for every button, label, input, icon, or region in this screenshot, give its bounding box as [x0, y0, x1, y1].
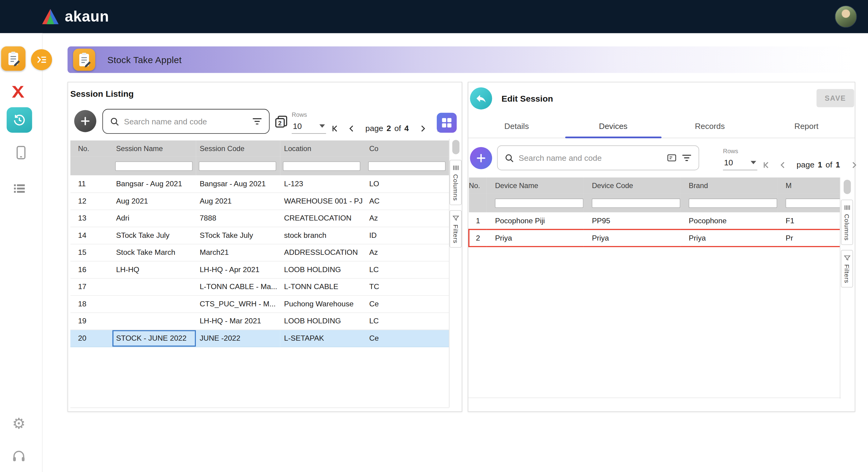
search-icon [110, 116, 120, 127]
edit-session-title: Edit Session [501, 94, 553, 104]
session-table-header: No. Session Name Session Code Location C… [70, 140, 449, 157]
applet-title: Stock Take Applet [107, 55, 182, 65]
sidebar-item-history[interactable] [7, 107, 32, 133]
tab-records[interactable]: Records [661, 114, 758, 137]
sidebar-item-stock-take-applet[interactable] [1, 46, 26, 71]
sidebar-item-mobile-devices[interactable] [13, 142, 29, 163]
session-row[interactable]: 14STock Take JulySTock Take Julystock br… [70, 227, 449, 244]
first-page-button[interactable] [761, 159, 773, 171]
grid-icon [440, 116, 454, 130]
next-page-button[interactable] [848, 159, 860, 171]
columns-tab[interactable]: Columns [450, 160, 462, 205]
first-page-button[interactable] [330, 122, 342, 134]
session-row-selected[interactable]: 20STOCK - JUNE 2022JUNE -2022L-SETAPAKCe [70, 330, 449, 347]
filters-tab[interactable]: Filters [450, 210, 462, 248]
menu-open-icon [35, 54, 48, 66]
columns-grip-icon [452, 164, 459, 171]
tab-devices[interactable]: Devices [565, 114, 661, 137]
svg-text:2: 2 [278, 120, 282, 127]
tab-details[interactable]: Details [468, 114, 565, 137]
sidebar-item-support[interactable] [11, 449, 26, 463]
scrollbar-thumb[interactable] [843, 179, 851, 194]
session-listing-title: Session Listing [70, 89, 134, 99]
location-filter-input[interactable] [283, 162, 361, 171]
device-name-filter-input[interactable] [495, 199, 584, 208]
session-row[interactable]: 15Stock Take MarchMarch21ADDRESSLOCATION… [70, 244, 449, 261]
brand-filter-input[interactable] [689, 199, 777, 208]
columns-tab[interactable]: Columns [841, 200, 853, 245]
company-filter-input[interactable] [368, 162, 445, 171]
add-session-button[interactable] [74, 110, 96, 132]
funnel-icon [843, 255, 851, 262]
device-search-box [497, 145, 699, 170]
device-table: No. Device Name Device Code Brand M [468, 177, 840, 247]
session-code-filter-input[interactable] [198, 162, 276, 171]
back-button[interactable] [470, 87, 492, 109]
session-row[interactable]: 16LH-HQLH-HQ - Apr 2021LOOB HOLDINGLC [70, 261, 449, 278]
scrollbar-thumb[interactable] [452, 140, 459, 154]
card-view-icon[interactable] [666, 153, 677, 163]
device-side-strip: Columns Filters [841, 179, 853, 293]
col-no: No. [469, 177, 487, 194]
selected-cell: STOCK - JUNE 2022 [112, 330, 195, 347]
next-page-button[interactable] [417, 122, 429, 134]
history-icon [12, 113, 26, 127]
grid-view-button[interactable] [437, 113, 457, 133]
session-table: No. Session Name Session Code Location C… [70, 140, 449, 347]
device-row[interactable]: 1Pocophone PijiPP95PocophoneF1 [469, 212, 840, 230]
chevron-down-icon [751, 161, 756, 164]
scroll-track [468, 398, 841, 398]
save-button[interactable]: SAVE [816, 89, 854, 107]
last-page-button[interactable] [864, 159, 868, 171]
prev-page-button[interactable] [777, 159, 789, 171]
expand-menu-button[interactable] [31, 49, 52, 70]
table-divider [840, 177, 840, 399]
brand-logo[interactable]: akaun [41, 8, 109, 26]
filters-tab[interactable]: Filters [841, 250, 853, 288]
col-brand: Brand [681, 177, 777, 194]
session-row[interactable]: 12Aug 2021Aug 2021WAREHOUSE 001 - PJAC [70, 192, 449, 210]
rows-label: Rows [723, 148, 757, 155]
tab-report[interactable]: Report [758, 114, 855, 137]
gear-icon: ⚙ [12, 416, 26, 431]
device-search-input[interactable] [519, 154, 662, 162]
rows-value: 10 [724, 158, 733, 167]
add-device-button[interactable] [470, 147, 492, 169]
sidebar-item-settings[interactable]: ⚙ [12, 416, 26, 431]
prev-page-button[interactable] [345, 122, 358, 134]
session-row[interactable]: 17L-TONN CABLE - Ma...L-TONN CABLETC [70, 278, 449, 296]
model-filter-input[interactable] [786, 199, 840, 208]
rows-per-page-select[interactable]: Rows 10 [723, 148, 757, 170]
page-indicator: page2of4 [362, 124, 413, 133]
session-row[interactable]: 13Adri7888CREATELOCATIONAz [70, 210, 449, 227]
filter-list-icon[interactable] [252, 116, 262, 127]
col-session-code: Session Code [196, 140, 280, 157]
rows-value: 10 [293, 122, 302, 130]
page-count-icon[interactable]: 2 [274, 114, 288, 129]
headset-icon [11, 449, 26, 463]
session-listing-panel: Session Listing 2 [67, 82, 462, 412]
edit-session-panel: Edit Session SAVE Details Devices Record… [468, 82, 855, 412]
session-name-filter-input[interactable] [115, 162, 192, 171]
scroll-track [70, 407, 449, 408]
device-pagination: page1of1 [761, 159, 868, 171]
sidebar-item-pdf-export[interactable] [9, 84, 25, 100]
session-search-input[interactable] [124, 117, 247, 126]
device-code-filter-input[interactable] [592, 199, 681, 208]
list-icon [12, 181, 26, 196]
session-pagination: page2of4 [330, 122, 445, 134]
session-row[interactable]: 11Bangsar - Aug 2021Bangsar - Aug 2021L-… [70, 175, 449, 193]
rows-label: Rows [292, 111, 326, 118]
session-row[interactable]: 19LH-HQ - Mar 2021LOOB HOLDINGLC [70, 312, 449, 330]
filter-list-icon[interactable] [682, 153, 692, 163]
col-location: Location [280, 140, 365, 157]
device-row-highlighted[interactable]: 2PriyaPriyaPriyaPr [469, 229, 840, 247]
rows-per-page-select[interactable]: Rows 10 [292, 111, 326, 134]
session-side-strip: Columns Filters [450, 139, 462, 253]
col-device-code: Device Code [584, 177, 681, 194]
user-avatar[interactable] [835, 5, 857, 28]
funnel-icon [452, 215, 459, 222]
plus-icon [475, 152, 487, 164]
session-row[interactable]: 18CTS_PUC_WRH - M...Puchong WarehouseCe [70, 295, 449, 312]
sidebar-item-list-view[interactable] [12, 181, 26, 196]
